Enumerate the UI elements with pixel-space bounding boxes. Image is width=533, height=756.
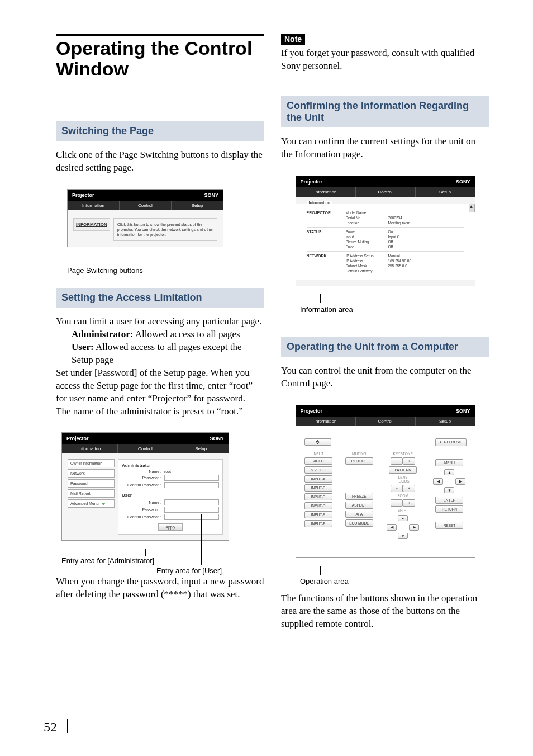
k-gateway: Default Gateway: [346, 269, 386, 273]
projector-label: Projector: [72, 192, 94, 198]
brand-sony: SONY: [210, 436, 224, 441]
tab-information[interactable]: Information: [62, 444, 118, 453]
password-label: Password :: [122, 476, 164, 480]
eco-button[interactable]: ECO MODE: [345, 519, 373, 527]
aspect-button[interactable]: ASPECT: [345, 502, 373, 509]
apa-button[interactable]: APA: [345, 511, 373, 518]
tab-control[interactable]: Control: [356, 187, 416, 197]
input-e[interactable]: INPUT-E: [304, 511, 332, 518]
v-ip: 169.254.90.88: [388, 259, 464, 263]
return-button[interactable]: RETURN: [435, 505, 463, 513]
information-desc: Click this button to show the present st…: [113, 218, 217, 241]
arrow-down-icon[interactable]: ▼: [444, 487, 454, 493]
zoom-minus[interactable]: −: [391, 499, 403, 507]
info-panel: PROJECTOR Model Name Serial No.7000234 L…: [302, 204, 469, 280]
tab-setup[interactable]: Setup: [416, 417, 475, 426]
k-ip-setup: IP Address Setup: [346, 254, 386, 258]
input-label: INPUT: [313, 452, 324, 456]
enter-button[interactable]: ENTER: [435, 497, 463, 504]
pattern-button[interactable]: PATTERN: [389, 466, 417, 474]
k-mask: Subnet Mask: [346, 264, 386, 268]
group-admin: Administrator: [122, 463, 219, 468]
v-model-name: [388, 211, 464, 215]
operating-intro: You can control the unit from the comput…: [281, 365, 489, 390]
apply-button[interactable]: Apply: [158, 523, 183, 531]
keystone-minus[interactable]: −: [391, 457, 403, 465]
zoom-label: ZOOM: [397, 494, 408, 498]
caption-operation-area: Operation area: [300, 577, 489, 585]
v-ip-setup: Manual: [388, 254, 464, 258]
tab-information[interactable]: Information: [296, 187, 356, 197]
user-password-input[interactable]: [164, 507, 219, 513]
shift-left[interactable]: ◀: [387, 524, 397, 531]
menu-button[interactable]: MENU: [435, 459, 463, 466]
arrow-right-icon[interactable]: ▶: [455, 478, 465, 485]
tab-control[interactable]: Control: [120, 201, 172, 210]
shift-label: SHIFT: [398, 508, 408, 512]
information-button[interactable]: INFORMATION: [73, 218, 110, 231]
tab-setup[interactable]: Setup: [416, 187, 475, 197]
v-gateway: [388, 269, 464, 273]
scrollbar-up[interactable]: ▲: [469, 204, 475, 212]
muting-picture[interactable]: PICTURE: [345, 457, 373, 465]
access-p3: The name of the administrator is preset …: [56, 405, 264, 418]
tab-information[interactable]: Information: [296, 417, 356, 426]
user-name-input[interactable]: [164, 499, 219, 505]
arrow-left-icon[interactable]: ◀: [433, 478, 443, 485]
admin-confirm-input[interactable]: [164, 482, 219, 488]
side-owner-info[interactable]: Owner information: [68, 459, 115, 467]
input-a[interactable]: INPUT-A: [304, 475, 332, 483]
tab-setup[interactable]: Setup: [172, 201, 223, 210]
k-muting: Picture Muting: [346, 240, 386, 244]
side-network[interactable]: Network: [68, 469, 115, 478]
input-d[interactable]: INPUT-D: [304, 502, 332, 509]
arrow-up-icon[interactable]: ▲: [444, 469, 454, 475]
tab-control[interactable]: Control: [118, 444, 174, 453]
tab-information[interactable]: Information: [68, 201, 120, 210]
access-intro: You can limit a user for accessing any p…: [56, 315, 264, 328]
user-text: Allowed access to all pages except the S…: [72, 342, 241, 365]
caption-info-area: Information area: [300, 305, 489, 314]
group-user: User: [122, 493, 219, 498]
side-password[interactable]: Password: [68, 479, 115, 488]
section-access-limit: Setting the Access Limitation: [56, 288, 264, 308]
admin-password-input[interactable]: [164, 475, 219, 481]
freeze-button[interactable]: FREEZE: [345, 493, 373, 500]
refresh-button[interactable]: ↻ REFRESH: [435, 438, 467, 446]
projector-label: Projector: [301, 408, 323, 414]
tab-setup[interactable]: Setup: [173, 444, 229, 453]
zoom-plus[interactable]: +: [403, 499, 415, 507]
reset-button[interactable]: RESET: [435, 522, 463, 529]
input-video[interactable]: VIDEO: [304, 457, 332, 465]
admin-label: Administrator:: [72, 329, 133, 339]
k-input: Input: [346, 235, 386, 239]
power-button[interactable]: ⏻: [304, 438, 331, 446]
keystone-plus[interactable]: +: [403, 457, 415, 465]
keystone-label: KEYSTONE: [393, 452, 413, 456]
focus-plus[interactable]: +: [403, 485, 415, 492]
input-svideo[interactable]: S VIDEO: [304, 466, 332, 474]
user-label: User:: [72, 342, 94, 352]
k-serial: Serial No.: [346, 216, 386, 220]
shift-right[interactable]: ▶: [409, 524, 419, 531]
side-advanced-menu[interactable]: Advanced Menu: [68, 499, 115, 508]
tab-control[interactable]: Control: [356, 417, 416, 426]
name-label: Name :: [122, 500, 164, 504]
k-ip: IP Address: [346, 259, 386, 263]
brand-sony: SONY: [456, 408, 470, 414]
v-power: On: [388, 230, 464, 234]
shift-down[interactable]: ▼: [398, 533, 408, 539]
user-confirm-input[interactable]: [164, 514, 219, 520]
group-network: NETWORK: [307, 254, 346, 273]
side-mail-report[interactable]: Mail Report: [68, 489, 115, 498]
figure-control-page: Projector SONY Information Control Setup…: [296, 405, 475, 558]
shift-up[interactable]: ▲: [398, 515, 408, 521]
admin-text: Allowed access to all pages: [133, 329, 240, 339]
input-b[interactable]: INPUT-B: [304, 484, 332, 492]
input-c[interactable]: INPUT-C: [304, 493, 332, 500]
v-error: Off: [388, 245, 464, 249]
focus-minus[interactable]: −: [391, 485, 403, 492]
input-f[interactable]: INPUT-F: [304, 520, 332, 527]
confirm-intro: You can confirm the current settings for…: [281, 135, 489, 161]
v-serial: 7000234: [388, 216, 464, 220]
